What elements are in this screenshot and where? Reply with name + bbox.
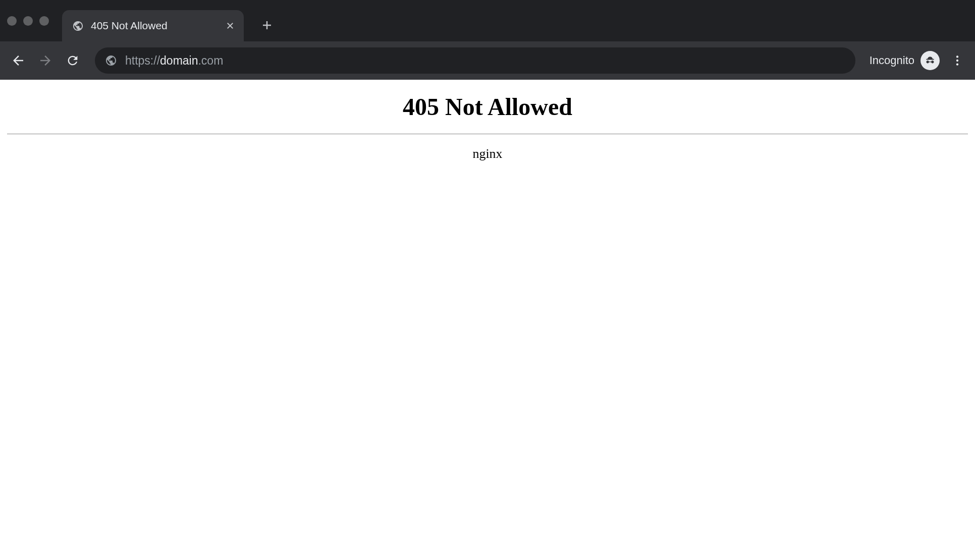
toolbar: https://domain.com Incognito: [0, 41, 975, 80]
browser-tab[interactable]: 405 Not Allowed: [62, 10, 244, 41]
tab-close-button[interactable]: [225, 20, 236, 31]
url-text: https://domain.com: [125, 54, 223, 68]
globe-icon: [72, 20, 84, 32]
url-host: domain: [160, 54, 198, 68]
page-content: 405 Not Allowed nginx: [0, 80, 975, 171]
toolbar-right: Incognito: [870, 49, 969, 72]
window-minimize-button[interactable]: [23, 16, 33, 26]
tab-bar: 405 Not Allowed: [0, 0, 975, 41]
svg-point-5: [956, 60, 958, 62]
reload-button[interactable]: [61, 48, 85, 73]
tab-title: 405 Not Allowed: [91, 20, 220, 32]
url-tld: .com: [198, 54, 223, 68]
incognito-label: Incognito: [870, 54, 914, 67]
address-bar[interactable]: https://domain.com: [95, 47, 855, 74]
window-controls: [7, 16, 49, 26]
server-name: nginx: [7, 146, 968, 161]
back-button[interactable]: [6, 48, 30, 73]
forward-button[interactable]: [33, 48, 58, 73]
browser-chrome: 405 Not Allowed: [0, 0, 975, 80]
site-info-icon[interactable]: [105, 54, 117, 67]
new-tab-button[interactable]: [256, 14, 278, 36]
divider: [7, 134, 968, 134]
window-close-button[interactable]: [7, 16, 17, 26]
error-heading: 405 Not Allowed: [7, 93, 968, 121]
svg-point-6: [956, 63, 958, 65]
url-protocol: https://: [125, 54, 160, 68]
incognito-icon[interactable]: [920, 51, 940, 70]
browser-menu-button[interactable]: [946, 49, 969, 72]
svg-point-4: [956, 55, 958, 58]
window-maximize-button[interactable]: [39, 16, 49, 26]
